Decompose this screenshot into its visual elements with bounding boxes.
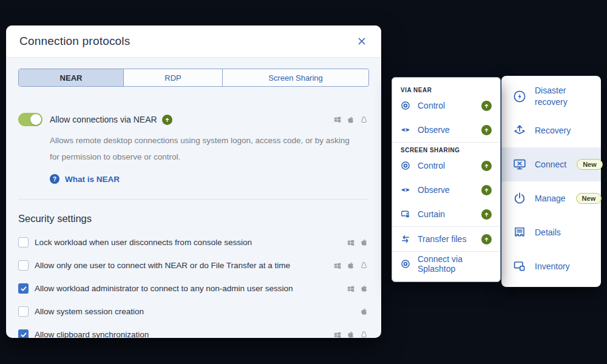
checkbox-system-session[interactable]	[18, 306, 29, 317]
security-option-row: Allow only one user to connect with NEAR…	[18, 260, 368, 271]
transfer-icon	[401, 234, 410, 244]
side-item-manage[interactable]: Manage New	[501, 181, 601, 215]
option-label: Allow system session creation	[35, 307, 144, 316]
menu-item-label: Control	[418, 161, 445, 170]
side-item-connect[interactable]: Connect New	[501, 147, 601, 181]
upgrade-arrow-icon	[481, 101, 492, 111]
menu-item-observe-screen-sharing[interactable]: Observe	[401, 178, 492, 202]
connect-icon	[512, 157, 527, 172]
checkbox-lock-workload[interactable]	[18, 237, 29, 248]
menu-item-label: Curtain	[418, 209, 445, 219]
new-badge: New	[577, 159, 603, 170]
disaster-recovery-icon	[512, 89, 527, 104]
upgrade-arrow-icon	[481, 185, 492, 195]
upgrade-arrow-icon	[481, 161, 492, 171]
menu-item-label: Transfer files	[418, 234, 466, 244]
menu-item-label: Observe	[418, 185, 450, 195]
side-item-label: Recovery	[535, 125, 571, 136]
menu-item-connect-via-splashtop[interactable]: Connect via Splashtop	[401, 252, 492, 276]
recovery-icon	[512, 123, 527, 138]
platform-icons	[347, 285, 368, 292]
security-settings-heading: Security settings	[18, 213, 368, 224]
menu-item-label: Observe	[418, 125, 450, 135]
details-icon	[512, 225, 527, 240]
new-badge: New	[576, 193, 602, 204]
platform-icons	[334, 116, 368, 124]
linux-icon	[360, 261, 368, 269]
near-description: Allows remote desktop connections using …	[50, 132, 354, 165]
workload-actions-menu: Disaster recovery Recovery Connect New M…	[501, 76, 601, 287]
menu-section-header: SCREEN SHARING	[401, 147, 492, 153]
windows-icon	[347, 239, 354, 246]
side-item-recovery[interactable]: Recovery	[501, 113, 601, 147]
inventory-icon	[512, 259, 527, 274]
menu-item-label: Connect via Splashtop	[418, 254, 492, 274]
menu-item-transfer-files[interactable]: Transfer files	[401, 227, 492, 251]
tab-near[interactable]: NEAR	[19, 69, 124, 86]
side-item-details[interactable]: Details	[501, 215, 601, 249]
menu-item-label: Control	[418, 101, 445, 110]
linux-icon	[360, 331, 368, 338]
side-item-label: Manage	[535, 193, 566, 204]
near-toggle[interactable]	[18, 113, 42, 126]
near-toggle-label: Allow connections via NEAR	[50, 115, 157, 124]
what-is-near-link[interactable]: ? What is NEAR	[50, 174, 120, 184]
connection-protocols-dialog: Connection protocols NEAR RDP Screen Sha…	[6, 25, 381, 338]
bullseye-icon	[401, 259, 410, 269]
apple-icon	[360, 285, 368, 292]
security-option-row: Allow system session creation	[18, 306, 368, 317]
platform-icons	[334, 331, 368, 338]
upgrade-arrow-icon	[481, 125, 492, 135]
screen-lock-icon	[401, 209, 410, 219]
side-item-disaster-recovery[interactable]: Disaster recovery	[501, 79, 601, 113]
dialog-header: Connection protocols	[6, 25, 381, 58]
checkbox-single-user[interactable]	[18, 260, 29, 271]
side-item-label: Disaster recovery	[535, 85, 586, 108]
side-item-label: Connect	[535, 159, 566, 170]
toggle-knob	[30, 114, 41, 125]
apple-icon	[347, 261, 354, 269]
windows-icon	[347, 285, 354, 292]
near-toggle-row: Allow connections via NEAR	[18, 113, 368, 126]
security-option-row: Lock workload when user disconnects from…	[18, 237, 368, 248]
close-icon	[357, 36, 367, 46]
protocol-tabbar: NEAR RDP Screen Sharing	[18, 69, 369, 87]
menu-divider	[392, 142, 500, 143]
menu-item-curtain[interactable]: Curtain	[401, 202, 492, 226]
dialog-content: Allow connections via NEAR Allows remote…	[6, 87, 381, 338]
eye-icon	[401, 185, 410, 195]
tab-rdp[interactable]: RDP	[124, 69, 223, 86]
close-button[interactable]	[356, 35, 368, 47]
menu-item-control-screen-sharing[interactable]: Control	[401, 153, 492, 178]
windows-icon	[334, 331, 341, 339]
security-option-row: Allow workload administrator to connect …	[18, 283, 368, 294]
platform-icons	[347, 238, 368, 246]
windows-icon	[334, 116, 341, 123]
linux-icon	[360, 116, 368, 124]
tab-screen-sharing[interactable]: Screen Sharing	[223, 69, 368, 86]
eye-icon	[401, 125, 410, 135]
platform-icons	[360, 308, 368, 315]
windows-icon	[334, 262, 341, 269]
manage-icon	[512, 191, 527, 206]
menu-item-control-near[interactable]: Control	[401, 93, 492, 118]
side-item-inventory[interactable]: Inventory	[501, 249, 601, 283]
section-divider	[18, 199, 368, 200]
option-label: Lock workload when user disconnects from…	[35, 238, 252, 247]
option-label: Allow clipboard synchronization	[35, 330, 149, 338]
apple-icon	[360, 308, 368, 315]
option-label: Allow only one user to connect with NEAR…	[35, 261, 290, 270]
question-icon: ?	[50, 174, 59, 184]
upgrade-arrow-icon	[162, 115, 172, 125]
platform-icons	[334, 261, 368, 269]
connection-context-menu: VIA NEAR Control Observe SCREEN SHARING …	[392, 77, 501, 282]
upgrade-arrow-icon	[481, 234, 492, 244]
checkbox-clipboard-sync[interactable]	[18, 329, 29, 338]
bullseye-icon	[401, 101, 410, 110]
option-label: Allow workload administrator to connect …	[35, 284, 293, 293]
apple-icon	[347, 116, 354, 124]
bullseye-icon	[401, 161, 410, 170]
security-option-row: Allow clipboard synchronization	[18, 329, 368, 338]
checkbox-admin-connect[interactable]	[18, 283, 29, 294]
menu-item-observe-near[interactable]: Observe	[401, 118, 492, 142]
